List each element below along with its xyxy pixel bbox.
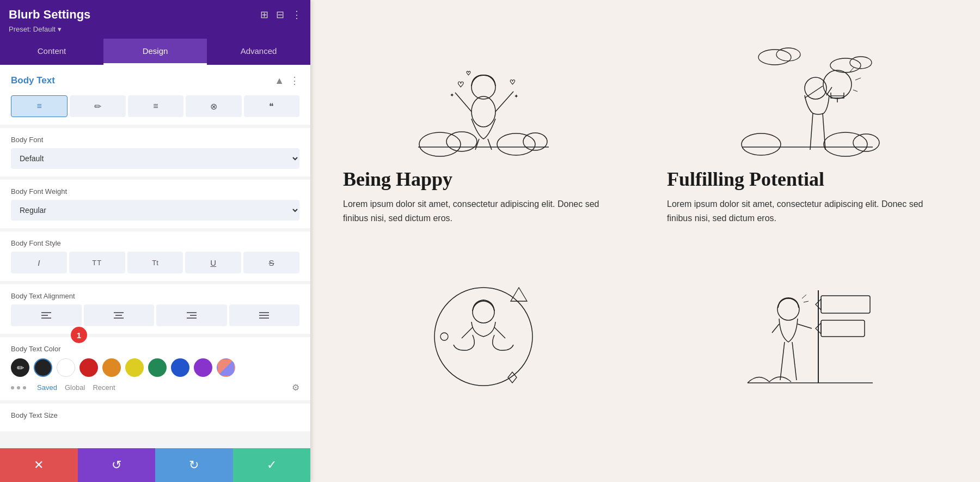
italic-btn[interactable]: I xyxy=(11,252,67,273)
body-font-weight-label: Body Font Weight xyxy=(11,187,299,196)
color-swatch-row: ✏ xyxy=(11,358,299,377)
uppercase-btn[interactable]: TT xyxy=(69,252,125,273)
body-font-weight-select[interactable]: Thin Light Regular Medium Bold Extra Bol… xyxy=(11,200,299,221)
settings-panel: Blurb Settings ⊞ ⊟ ⋮ Preset: Default ▾ C… xyxy=(0,0,310,482)
svg-text:✦: ✦ xyxy=(514,93,518,99)
svg-line-63 xyxy=(792,342,797,380)
svg-marker-48 xyxy=(511,288,527,301)
color-swatch-red[interactable] xyxy=(79,358,98,377)
panel-title: Blurb Settings xyxy=(9,8,90,22)
svg-point-51 xyxy=(473,301,494,323)
svg-point-30 xyxy=(824,132,867,156)
color-dots xyxy=(11,386,26,389)
color-swatch-black[interactable] xyxy=(34,358,52,377)
align-center-text-btn[interactable] xyxy=(84,304,155,326)
align-justify-text-btn[interactable] xyxy=(229,304,300,326)
color-swatch-green[interactable] xyxy=(148,358,167,377)
illustration-direction xyxy=(667,247,947,388)
strikethrough-btn[interactable]: S xyxy=(243,252,299,273)
color-meta-row: Saved Global Recent ⚙ xyxy=(11,382,299,393)
svg-line-52 xyxy=(462,327,473,338)
cancel-button[interactable]: ✕ xyxy=(0,448,78,482)
underline-btn[interactable]: U xyxy=(185,252,241,273)
color-saved-link[interactable]: Saved xyxy=(37,383,57,392)
svg-line-53 xyxy=(494,327,505,338)
panel-header-icons: ⊞ ⊟ ⋮ xyxy=(260,9,302,21)
svg-text:✦: ✦ xyxy=(450,92,454,98)
blurb-title-happy: Being Happy xyxy=(343,168,623,191)
color-swatch-white[interactable] xyxy=(57,358,75,377)
svg-point-32 xyxy=(758,50,791,65)
align-left-btn[interactable]: ≡ xyxy=(11,95,68,117)
align-right-text-btn[interactable] xyxy=(156,304,227,326)
color-swatch-purple[interactable] xyxy=(194,358,212,377)
body-text-size-label: Body Text Size xyxy=(11,411,299,419)
body-text-color-label: Body Text Color xyxy=(11,345,299,353)
illustration-happy: ♡ ♡ ♡ ✦ ✦ xyxy=(343,16,623,158)
color-swatch-orange[interactable] xyxy=(102,358,121,377)
color-swatch-gradient[interactable] xyxy=(217,358,235,377)
svg-line-19 xyxy=(455,93,471,112)
panel-tabs: Content Design Advanced xyxy=(0,39,310,65)
redo-button[interactable]: ↻ xyxy=(155,448,233,482)
section-more-btn[interactable]: ⋮ xyxy=(290,75,299,87)
section-controls: ▲ ⋮ xyxy=(274,75,299,87)
svg-point-17 xyxy=(471,96,495,127)
save-button[interactable]: ✓ xyxy=(233,448,311,482)
color-swatch-blue[interactable] xyxy=(171,358,189,377)
body-text-size-field: Body Text Size xyxy=(0,404,310,431)
illustration-meditation xyxy=(343,247,623,388)
svg-point-49 xyxy=(440,333,448,340)
svg-point-16 xyxy=(523,133,547,150)
illustration-potential xyxy=(667,16,947,158)
collapse-icon[interactable]: ⊟ xyxy=(276,9,284,21)
body-font-select[interactable]: Default Arial Georgia Helvetica Roboto xyxy=(11,148,299,169)
color-global-link[interactable]: Global xyxy=(65,383,85,392)
ordered-list-btn[interactable]: ⊗ xyxy=(186,95,241,117)
text-format-row: ≡ ✏ ≡ ⊗ ❝ xyxy=(0,93,310,125)
blurb-card-potential: Fulfilling Potential Lorem ipsum dolor s… xyxy=(667,16,947,225)
align-left-text-btn[interactable] xyxy=(11,304,82,326)
preset-selector[interactable]: Preset: Default ▾ xyxy=(9,25,302,33)
tab-content[interactable]: Content xyxy=(0,39,103,65)
panel-bottom-bar: ✕ ↺ ↻ ✓ xyxy=(0,448,310,482)
quote-btn[interactable]: ❝ xyxy=(244,95,299,117)
panel-body: Body Text ▲ ⋮ ≡ ✏ ≡ ⊗ ❝ Body Font Defaul… xyxy=(0,65,310,482)
color-swatch-yellow[interactable] xyxy=(125,358,144,377)
svg-point-18 xyxy=(471,75,495,99)
page-canvas: ♡ ♡ ♡ ✦ ✦ Being Happy Lorem ipsum dolor … xyxy=(310,0,980,482)
body-font-style-label: Body Font Style xyxy=(11,239,299,247)
body-text-color-section: Body Text Color ✏ xyxy=(0,337,310,400)
svg-line-65 xyxy=(804,301,808,302)
svg-text:♡: ♡ xyxy=(510,78,516,86)
svg-point-15 xyxy=(497,133,535,155)
expand-icon[interactable]: ⊞ xyxy=(260,9,268,21)
blurb-text-potential: Lorem ipsum dolor sit amet, consectetur … xyxy=(667,197,947,225)
svg-line-62 xyxy=(780,342,785,380)
color-recent-link[interactable]: Recent xyxy=(93,383,115,392)
text-align-row xyxy=(11,304,299,326)
font-style-row: I TT Tt U S xyxy=(11,252,299,273)
section-title: Body Text xyxy=(11,75,55,86)
blurb-card-meditation xyxy=(343,247,623,398)
svg-line-61 xyxy=(798,324,812,328)
section-collapse-btn[interactable]: ▲ xyxy=(274,75,284,87)
blurb-card-happy: ♡ ♡ ♡ ✦ ✦ Being Happy Lorem ipsum dolor … xyxy=(343,16,623,225)
more-icon[interactable]: ⋮ xyxy=(292,9,302,21)
undo-button[interactable]: ↺ xyxy=(78,448,156,482)
notification-badge: 1 xyxy=(71,327,87,343)
list-btn[interactable]: ≡ xyxy=(128,95,183,117)
body-font-field: Body Font Default Arial Georgia Helvetic… xyxy=(0,128,310,176)
body-font-style-field: Body Font Style I TT Tt U S xyxy=(0,231,310,281)
svg-line-42 xyxy=(810,113,813,150)
tab-design[interactable]: Design xyxy=(103,39,207,65)
body-font-label: Body Font xyxy=(11,136,299,144)
capitalize-btn[interactable]: Tt xyxy=(127,252,183,273)
svg-line-40 xyxy=(805,86,823,98)
blurb-text-happy: Lorem ipsum dolor sit amet, consectetur … xyxy=(343,197,623,225)
color-picker-swatch[interactable]: ✏ xyxy=(11,358,29,377)
svg-line-45 xyxy=(855,78,861,80)
tab-advanced[interactable]: Advanced xyxy=(207,39,310,65)
color-settings-icon[interactable]: ⚙ xyxy=(292,382,299,393)
link-btn[interactable]: ✏ xyxy=(70,95,125,117)
